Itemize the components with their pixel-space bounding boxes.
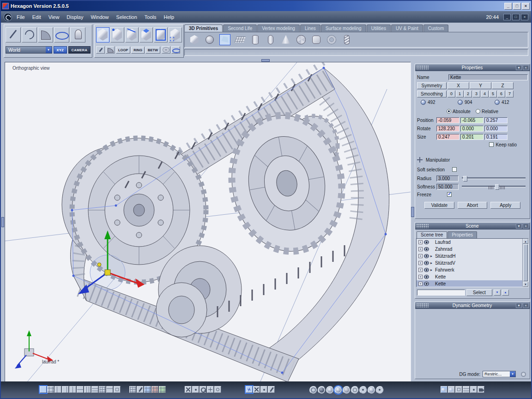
tab-vertex-modeling[interactable]: Vertex modeling	[257, 24, 300, 32]
radius-input[interactable]: 3.000	[436, 175, 459, 181]
scene-filter-input[interactable]	[417, 290, 465, 296]
viewport-splitter-right[interactable]	[411, 207, 414, 217]
tree-row[interactable]: ▸ Zahnrad	[417, 246, 522, 253]
shade-toggle-icon[interactable]	[418, 254, 423, 258]
geodesic-primitive[interactable]	[296, 34, 307, 45]
close-button[interactable]: ×	[522, 3, 530, 10]
collapse-panel-icon[interactable]: ▼	[516, 303, 522, 308]
prev-item-icon[interactable]: ▼	[494, 290, 501, 296]
visibility-eye-icon[interactable]	[424, 282, 429, 286]
between-button[interactable]: BETW	[145, 47, 160, 54]
cube-primitive[interactable]	[189, 34, 200, 45]
scene-scrollbar[interactable]: ▲ ▼	[522, 239, 528, 287]
coordinate-system-select[interactable]: World ▼	[6, 46, 52, 54]
scene-header[interactable]: Scene ▼ ×	[415, 223, 530, 230]
scene-properties-tab[interactable]: Properties	[447, 231, 477, 238]
capsule-primitive[interactable]	[265, 34, 276, 45]
zoom-tool[interactable]	[200, 386, 206, 393]
symmetry-button[interactable]: Symmetry	[417, 82, 447, 89]
center-target[interactable]	[192, 386, 199, 393]
tree-row[interactable]: ▸ StützradH	[417, 253, 522, 260]
panel-grip[interactable]	[417, 66, 429, 70]
tab-surface-modeling[interactable]: Surface modeling	[321, 24, 366, 32]
restore-button[interactable]: □	[512, 14, 520, 20]
wireframe-mode[interactable]	[309, 386, 317, 394]
position-x-input[interactable]: -0.059	[436, 117, 459, 123]
layout-quad[interactable]	[47, 386, 54, 393]
size-z-input[interactable]: 0.191	[484, 134, 508, 140]
move-manipulator[interactable]	[246, 386, 253, 393]
collapse-panel-icon[interactable]: ▼	[516, 65, 522, 70]
smoothing-3[interactable]: 3	[472, 91, 480, 97]
minimize-button[interactable]: _	[504, 3, 512, 10]
panel-toggle[interactable]	[455, 386, 462, 393]
panel-grip[interactable]	[417, 224, 429, 228]
select-button[interactable]: Select	[466, 289, 492, 296]
soft-selection-checkbox[interactable]	[452, 167, 457, 172]
layout-single[interactable]	[40, 386, 47, 393]
rotate-z-input[interactable]: 0.000	[484, 126, 508, 132]
close-panel-icon[interactable]: ×	[523, 65, 529, 70]
softness-slider-thumb[interactable]	[495, 184, 499, 190]
shade-toggle-icon[interactable]	[418, 247, 423, 251]
chamfer-cube-primitive[interactable]	[311, 34, 322, 45]
viewport-splitter-left[interactable]	[1, 217, 4, 227]
free-polygon-tool[interactable]	[219, 34, 230, 45]
menu-view[interactable]: View	[48, 14, 60, 20]
tab-utilities[interactable]: Utilities	[367, 24, 391, 32]
hammer-tool[interactable]	[268, 386, 275, 393]
visibility-eye-icon[interactable]	[424, 247, 429, 251]
shade-toggle-icon[interactable]	[418, 268, 423, 272]
expand-arrow-icon[interactable]: ▸	[430, 260, 434, 266]
shade-toggle-icon[interactable]	[418, 240, 423, 244]
units-grid-green[interactable]	[159, 386, 166, 393]
layout-grid[interactable]	[99, 386, 106, 393]
select-vertex-mode[interactable]	[110, 27, 124, 42]
backface-mode[interactable]	[376, 386, 384, 394]
smoothing-button[interactable]: Smoothing	[417, 91, 447, 97]
name-input[interactable]: Kette	[448, 74, 528, 80]
ring-selection-tool[interactable]	[171, 46, 180, 54]
menu-edit[interactable]: Edit	[32, 14, 41, 20]
size-x-input[interactable]: 0.247	[436, 134, 459, 140]
visibility-eye-icon[interactable]	[424, 268, 429, 272]
panel-grip[interactable]	[417, 303, 429, 308]
smoothing-6[interactable]: 6	[497, 91, 505, 97]
transparent-mode[interactable]	[351, 386, 359, 394]
textured-mode[interactable]	[343, 386, 351, 394]
scene-tree-tab[interactable]: Scene tree	[417, 231, 447, 238]
validate-button[interactable]: Validate	[424, 202, 454, 209]
annotation-pencil[interactable]	[137, 386, 144, 393]
shade-toggle-icon[interactable]	[418, 282, 423, 286]
visibility-eye-icon[interactable]	[424, 275, 429, 279]
scrollbar-thumb[interactable]	[523, 244, 528, 281]
visibility-eye-icon[interactable]	[424, 261, 429, 265]
shade-toggle-icon[interactable]	[418, 275, 423, 279]
layout-columns[interactable]	[84, 386, 91, 393]
dynamic-geometry-header[interactable]: Dynamic Geometry ▼ ×	[415, 302, 530, 309]
tree-row[interactable]: ▸ Fahrwerk	[417, 266, 522, 273]
tree-row[interactable]: ▸ Kette	[417, 273, 522, 280]
select-edge-mode[interactable]	[125, 27, 139, 42]
close-panel-icon[interactable]: ×	[523, 224, 529, 229]
normals-mode[interactable]	[368, 386, 375, 394]
pan-tool[interactable]	[207, 386, 214, 393]
layers-toggle[interactable]	[463, 386, 470, 393]
menu-window[interactable]: Window	[91, 14, 109, 20]
layout-top-split[interactable]	[106, 386, 113, 393]
radius-slider-thumb[interactable]	[463, 176, 467, 181]
position-z-input[interactable]: 0.257	[484, 117, 508, 123]
ellipse-tool[interactable]	[54, 27, 69, 42]
menu-help[interactable]: Help	[164, 14, 175, 20]
abort-button[interactable]: Abort	[458, 202, 488, 209]
edit-edge-tool[interactable]	[96, 46, 105, 54]
next-item-icon[interactable]: ▲	[502, 290, 509, 296]
keep-ratio-checkbox[interactable]	[489, 142, 494, 147]
snap-toggle[interactable]	[260, 386, 267, 393]
standard-preview[interactable]	[448, 386, 455, 393]
curve-arrow-tool[interactable]	[22, 27, 37, 42]
symmetry-y-button[interactable]: Y	[470, 82, 491, 89]
tube-primitive[interactable]	[326, 34, 337, 45]
menu-selection[interactable]: Selection	[116, 14, 137, 20]
loop-button[interactable]: LOOP	[116, 47, 130, 54]
